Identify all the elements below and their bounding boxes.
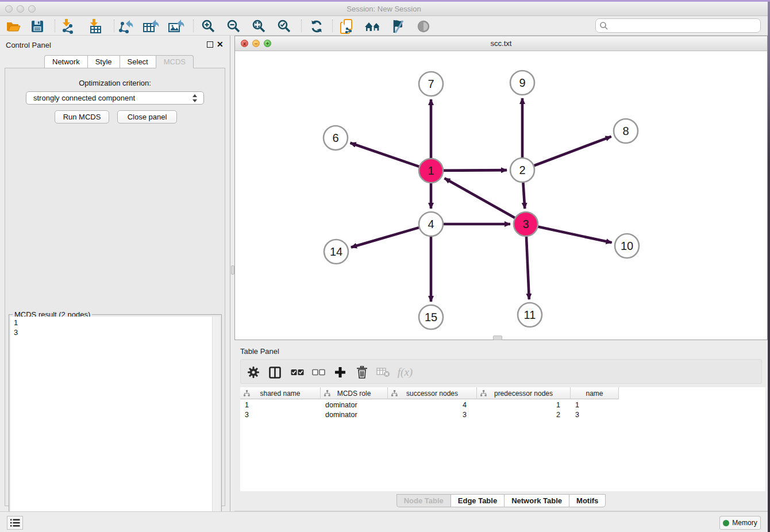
import-network-icon[interactable] bbox=[59, 18, 76, 34]
edge-4-14[interactable] bbox=[351, 226, 425, 247]
memory-status-icon bbox=[723, 520, 729, 526]
zoom-selected-icon[interactable] bbox=[276, 18, 293, 34]
tab-mcds[interactable]: MCDS bbox=[156, 55, 194, 68]
table-cell[interactable]: 1 bbox=[240, 400, 321, 410]
close-panel-button[interactable]: Close panel bbox=[117, 110, 177, 124]
search-box[interactable] bbox=[595, 18, 761, 33]
edge-3-11[interactable] bbox=[526, 231, 529, 299]
node-label-8: 8 bbox=[622, 125, 629, 137]
tab-node-table[interactable]: Node Table bbox=[396, 494, 451, 507]
show-graphics-details-icon[interactable] bbox=[415, 18, 432, 34]
run-mcds-button[interactable]: Run MCDS bbox=[55, 110, 109, 124]
tab-select[interactable]: Select bbox=[120, 55, 156, 68]
export-table-icon[interactable] bbox=[143, 18, 160, 34]
node-label-2: 2 bbox=[519, 164, 525, 176]
edge-1-6[interactable] bbox=[351, 143, 425, 168]
hide-selected-icon[interactable] bbox=[389, 18, 406, 34]
select-all-icon[interactable] bbox=[289, 364, 305, 380]
node-label-3: 3 bbox=[522, 218, 529, 230]
table-cell[interactable]: 1 bbox=[477, 400, 571, 410]
tab-network[interactable]: Network bbox=[44, 55, 87, 68]
session-title: Session: New Session bbox=[0, 5, 768, 13]
edge-3-10[interactable] bbox=[533, 226, 612, 243]
gear-icon[interactable] bbox=[245, 364, 261, 380]
task-history-button[interactable] bbox=[7, 516, 23, 530]
add-column-icon[interactable] bbox=[332, 364, 348, 380]
splitter-handle[interactable] bbox=[493, 336, 502, 340]
node-table[interactable]: shared nameMCDS rolesuccessor nodesprede… bbox=[240, 387, 765, 491]
node-label-1: 1 bbox=[428, 164, 434, 177]
tab-network-table[interactable]: Network Table bbox=[504, 494, 569, 507]
control-panel-tabs: NetworkStyleSelectMCDS bbox=[44, 55, 194, 68]
table-cell[interactable]: 3 bbox=[388, 410, 477, 419]
optimization-criterion-select[interactable]: strongly connected component bbox=[26, 91, 204, 105]
export-network-icon[interactable] bbox=[117, 18, 134, 34]
clone-network-icon[interactable] bbox=[339, 18, 356, 34]
table-cell[interactable]: dominator bbox=[321, 400, 388, 410]
import-table-icon[interactable] bbox=[87, 18, 104, 34]
node-label-7: 7 bbox=[428, 78, 434, 90]
network-view-title: scc.txt bbox=[235, 39, 767, 48]
column-header-successor-nodes[interactable]: successor nodes bbox=[388, 387, 477, 399]
toolbar-separator bbox=[332, 20, 333, 32]
search-icon bbox=[599, 21, 609, 30]
main-toolbar bbox=[0, 16, 768, 36]
table-row[interactable]: 1dominator411 bbox=[240, 400, 619, 410]
node-label-6: 6 bbox=[332, 132, 338, 144]
tab-motifs[interactable]: Motifs bbox=[569, 494, 606, 507]
edge-1-2[interactable] bbox=[438, 170, 507, 171]
close-panel-icon[interactable]: ✕ bbox=[217, 40, 224, 49]
table-cell[interactable]: 3 bbox=[240, 410, 321, 419]
node-label-11: 11 bbox=[524, 309, 536, 321]
search-input[interactable] bbox=[609, 20, 760, 32]
table-row[interactable]: 3dominator323 bbox=[240, 410, 619, 419]
delete-column-icon[interactable] bbox=[354, 364, 370, 380]
main-titlebar: Session: New Session bbox=[0, 2, 768, 16]
vertical-splitter[interactable] bbox=[230, 36, 234, 511]
table-cell[interactable]: 3 bbox=[571, 410, 619, 419]
column-header-predecessor-nodes[interactable]: predecessor nodes bbox=[477, 387, 571, 399]
node-label-4: 4 bbox=[428, 218, 434, 230]
table-cell[interactable]: dominator bbox=[321, 410, 388, 419]
edge-2-8[interactable] bbox=[529, 137, 611, 168]
node-label-9: 9 bbox=[519, 76, 525, 89]
optimization-criterion-label: Optimization criterion: bbox=[5, 79, 225, 87]
table-panel-tabs: Node TableEdge TableNetwork TableMotifs bbox=[234, 494, 768, 507]
edge-3-1[interactable] bbox=[445, 178, 520, 221]
tab-edge-table[interactable]: Edge Table bbox=[451, 494, 504, 507]
network-graph[interactable]: 1234678910111415 bbox=[235, 51, 767, 340]
selected-criterion: strongly connected component bbox=[33, 94, 135, 102]
table-panel: Table Panel ✕ bbox=[234, 342, 768, 511]
tab-style[interactable]: Style bbox=[87, 55, 120, 68]
mcds-tab-page: Optimization criterion: strongly connect… bbox=[5, 68, 225, 506]
table-cell[interactable]: 4 bbox=[388, 400, 477, 410]
table-cell[interactable]: 1 bbox=[571, 400, 619, 410]
unselect-all-icon[interactable] bbox=[310, 364, 326, 380]
open-session-icon[interactable] bbox=[5, 18, 22, 34]
table-cell[interactable]: 2 bbox=[477, 410, 571, 419]
network-titlebar[interactable]: x − + scc.txt bbox=[235, 36, 767, 51]
zoom-in-icon[interactable] bbox=[200, 18, 217, 34]
column-header-MCDS-role[interactable]: MCDS role bbox=[321, 387, 388, 399]
save-session-icon[interactable] bbox=[29, 18, 46, 34]
memory-button[interactable]: Memory bbox=[719, 516, 761, 530]
column-header-shared-name[interactable]: shared name bbox=[240, 387, 321, 399]
application-window: Session: New Session bbox=[0, 0, 770, 532]
column-header-name[interactable]: name bbox=[571, 387, 619, 399]
select-stepper-icon bbox=[192, 94, 198, 103]
node-label-10: 10 bbox=[621, 240, 633, 252]
mcds-result-text[interactable]: 1 3 bbox=[10, 317, 212, 531]
node-label-15: 15 bbox=[425, 311, 437, 323]
mcds-scrollbar[interactable] bbox=[212, 317, 220, 531]
columns-icon[interactable] bbox=[267, 364, 283, 380]
network-canvas[interactable]: 1234678910111415 bbox=[235, 51, 767, 340]
zoom-fit-icon[interactable] bbox=[251, 18, 268, 34]
float-panel-icon[interactable] bbox=[207, 41, 213, 48]
zoom-out-icon[interactable] bbox=[225, 18, 242, 34]
toolbar-separator bbox=[193, 20, 194, 32]
mcds-result-group: MCDS result (2 nodes) 1 3 bbox=[9, 314, 222, 532]
first-neighbors-icon[interactable] bbox=[364, 18, 382, 34]
refresh-icon[interactable] bbox=[308, 18, 325, 34]
export-image-icon[interactable] bbox=[168, 18, 185, 34]
table-toolbar: f(x) bbox=[240, 359, 762, 384]
